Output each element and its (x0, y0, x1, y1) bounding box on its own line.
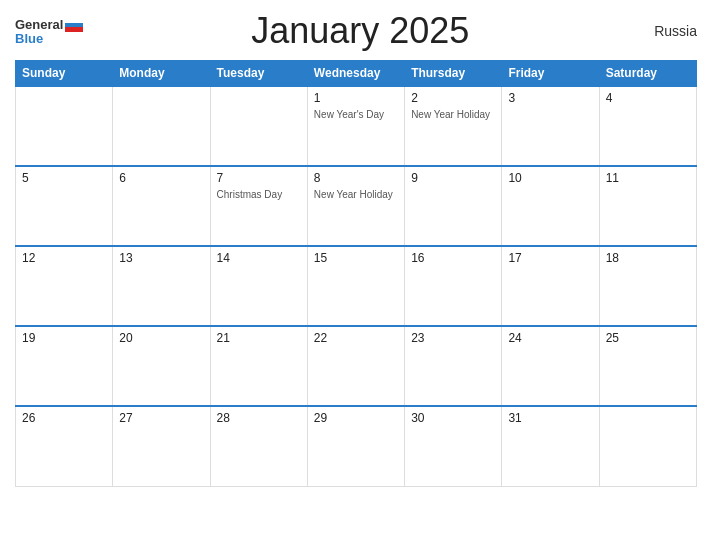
day-number: 4 (606, 91, 690, 105)
day-cell (16, 86, 113, 166)
day-number: 6 (119, 171, 203, 185)
day-cell: 17 (502, 246, 599, 326)
week-row-1: 1New Year's Day2New Year Holiday34 (16, 86, 697, 166)
day-cell: 26 (16, 406, 113, 486)
day-number: 5 (22, 171, 106, 185)
day-number: 31 (508, 411, 592, 425)
day-header-saturday: Saturday (599, 61, 696, 87)
day-number: 18 (606, 251, 690, 265)
day-cell: 25 (599, 326, 696, 406)
day-header-tuesday: Tuesday (210, 61, 307, 87)
day-number: 15 (314, 251, 398, 265)
day-number: 1 (314, 91, 398, 105)
day-number: 11 (606, 171, 690, 185)
day-cell: 2New Year Holiday (405, 86, 502, 166)
day-cell: 8New Year Holiday (307, 166, 404, 246)
day-header-sunday: Sunday (16, 61, 113, 87)
day-cell (210, 86, 307, 166)
day-cell: 28 (210, 406, 307, 486)
week-row-2: 567Christmas Day8New Year Holiday91011 (16, 166, 697, 246)
day-cell: 21 (210, 326, 307, 406)
calendar-header: General Blue January 2025 Russia (15, 10, 697, 52)
calendar-title: January 2025 (83, 10, 637, 52)
day-number: 25 (606, 331, 690, 345)
day-number: 28 (217, 411, 301, 425)
day-cell: 5 (16, 166, 113, 246)
day-number: 23 (411, 331, 495, 345)
day-number: 9 (411, 171, 495, 185)
logo-general: General (15, 18, 63, 31)
day-cell: 22 (307, 326, 404, 406)
day-number: 7 (217, 171, 301, 185)
day-header-wednesday: Wednesday (307, 61, 404, 87)
logo-blue: Blue (15, 32, 43, 45)
days-header-row: SundayMondayTuesdayWednesdayThursdayFrid… (16, 61, 697, 87)
day-cell: 15 (307, 246, 404, 326)
day-number: 24 (508, 331, 592, 345)
day-cell: 10 (502, 166, 599, 246)
svg-rect-1 (65, 23, 83, 27)
day-cell: 24 (502, 326, 599, 406)
day-number: 22 (314, 331, 398, 345)
day-cell: 16 (405, 246, 502, 326)
holiday-label: New Year Holiday (314, 189, 393, 200)
day-number: 27 (119, 411, 203, 425)
svg-rect-2 (65, 27, 83, 32)
week-row-5: 262728293031 (16, 406, 697, 486)
day-number: 12 (22, 251, 106, 265)
country-label: Russia (637, 23, 697, 39)
week-row-3: 12131415161718 (16, 246, 697, 326)
day-cell: 19 (16, 326, 113, 406)
logo: General Blue (15, 18, 83, 45)
day-cell (113, 86, 210, 166)
day-header-monday: Monday (113, 61, 210, 87)
holiday-label: New Year's Day (314, 109, 384, 120)
day-cell: 3 (502, 86, 599, 166)
day-cell: 29 (307, 406, 404, 486)
day-cell: 30 (405, 406, 502, 486)
day-cell: 12 (16, 246, 113, 326)
holiday-label: Christmas Day (217, 189, 283, 200)
day-cell: 4 (599, 86, 696, 166)
svg-rect-0 (65, 18, 83, 23)
week-row-4: 19202122232425 (16, 326, 697, 406)
day-cell: 6 (113, 166, 210, 246)
logo-flag-icon (65, 18, 83, 32)
day-cell: 27 (113, 406, 210, 486)
day-cell: 23 (405, 326, 502, 406)
day-cell: 13 (113, 246, 210, 326)
day-number: 3 (508, 91, 592, 105)
day-number: 2 (411, 91, 495, 105)
day-header-thursday: Thursday (405, 61, 502, 87)
day-number: 21 (217, 331, 301, 345)
day-cell: 20 (113, 326, 210, 406)
day-number: 29 (314, 411, 398, 425)
day-number: 17 (508, 251, 592, 265)
day-header-friday: Friday (502, 61, 599, 87)
day-number: 14 (217, 251, 301, 265)
day-cell: 11 (599, 166, 696, 246)
day-number: 19 (22, 331, 106, 345)
day-cell: 31 (502, 406, 599, 486)
holiday-label: New Year Holiday (411, 109, 490, 120)
day-cell: 1New Year's Day (307, 86, 404, 166)
day-number: 13 (119, 251, 203, 265)
day-cell (599, 406, 696, 486)
calendar-table: SundayMondayTuesdayWednesdayThursdayFrid… (15, 60, 697, 487)
day-cell: 14 (210, 246, 307, 326)
day-number: 20 (119, 331, 203, 345)
day-cell: 9 (405, 166, 502, 246)
day-number: 10 (508, 171, 592, 185)
day-number: 26 (22, 411, 106, 425)
day-number: 16 (411, 251, 495, 265)
day-number: 8 (314, 171, 398, 185)
day-number: 30 (411, 411, 495, 425)
calendar-container: General Blue January 2025 Russia SundayM… (0, 0, 712, 550)
day-cell: 7Christmas Day (210, 166, 307, 246)
day-cell: 18 (599, 246, 696, 326)
